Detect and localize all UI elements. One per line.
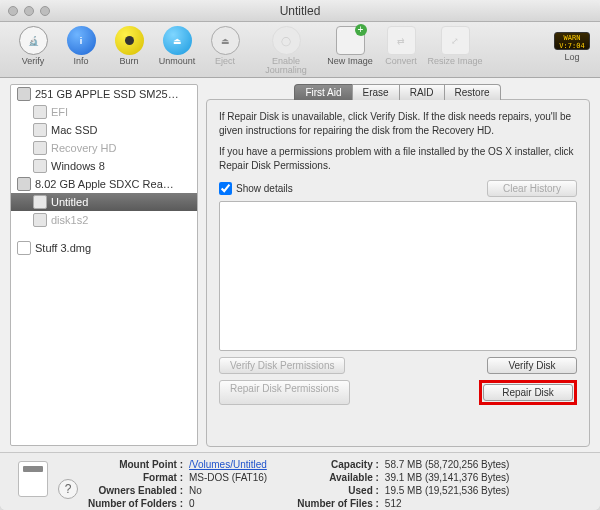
folders-label: Number of Folders : <box>88 498 183 510</box>
volume-icon <box>33 141 47 155</box>
disk-utility-window: Untitled 🔬 Verify i Info Burn ⏏ Unmount … <box>0 0 600 510</box>
format-label: Format : <box>88 472 183 484</box>
log-icon: WARNV:7:04 <box>554 32 590 50</box>
owners-value: No <box>189 485 267 497</box>
format-value: MS-DOS (FAT16) <box>189 472 267 484</box>
burn-icon <box>115 26 144 55</box>
help-text-2: If you have a permissions problem with a… <box>219 145 577 172</box>
help-button[interactable]: ? <box>58 479 78 499</box>
sidebar-volume-windows[interactable]: Windows 8 <box>11 157 197 175</box>
volume-icon <box>33 123 47 137</box>
window-title: Untitled <box>0 4 600 18</box>
verify-permissions-button: Verify Disk Permissions <box>219 357 345 374</box>
folders-value: 0 <box>189 498 267 510</box>
convert-button: ⇄ Convert <box>378 26 424 66</box>
mount-point-label: Mount Point : <box>88 459 183 471</box>
files-label: Number of Files : <box>297 498 379 510</box>
log-button[interactable]: WARNV:7:04 Log <box>554 26 590 62</box>
capacity-label: Capacity : <box>297 459 379 471</box>
capacity-value: 58.7 MB (58,720,256 Bytes) <box>385 459 510 471</box>
first-aid-panel: If Repair Disk is unavailable, click Ver… <box>206 99 590 447</box>
disk-sidebar: 251 GB APPLE SSD SM25… EFI Mac SSD Recov… <box>10 84 198 446</box>
sidebar-volume-macssd[interactable]: Mac SSD <box>11 121 197 139</box>
unmount-icon: ⏏ <box>163 26 192 55</box>
used-label: Used : <box>297 485 379 497</box>
info-button[interactable]: i Info <box>58 26 104 66</box>
tab-erase[interactable]: Erase <box>352 84 400 100</box>
sidebar-volume-efi[interactable]: EFI <box>11 103 197 121</box>
verify-button[interactable]: 🔬 Verify <box>10 26 56 66</box>
verify-disk-button[interactable]: Verify Disk <box>487 357 577 374</box>
tab-first-aid[interactable]: First Aid <box>294 84 352 100</box>
sidebar-disk-sdxc[interactable]: 8.02 GB Apple SDXC Rea… <box>11 175 197 193</box>
clear-history-button: Clear History <box>487 180 577 197</box>
sd-volume-icon <box>33 195 47 209</box>
new-image-button[interactable]: New Image <box>324 26 376 66</box>
log-output[interactable] <box>219 201 577 351</box>
tab-raid[interactable]: RAID <box>399 84 445 100</box>
sidebar-disk-ssd[interactable]: 251 GB APPLE SSD SM25… <box>11 85 197 103</box>
unmount-button[interactable]: ⏏ Unmount <box>154 26 200 66</box>
eject-button: ⏏ Eject <box>202 26 248 66</box>
repair-permissions-button: Repair Disk Permissions <box>219 380 350 405</box>
resize-image-button: ⤢ Resize Image <box>426 26 484 66</box>
info-footer: ? Mount Point : /Volumes/Untitled Format… <box>0 452 600 510</box>
titlebar: Untitled <box>0 0 600 22</box>
eject-icon: ⏏ <box>211 26 240 55</box>
volume-icon <box>33 159 47 173</box>
owners-label: Owners Enabled : <box>88 485 183 497</box>
info-icon: i <box>67 26 96 55</box>
volume-icon <box>33 105 47 119</box>
sidebar-volume-recovery[interactable]: Recovery HD <box>11 139 197 157</box>
content-area: First Aid Erase RAID Restore If Repair D… <box>206 84 590 446</box>
internal-disk-icon <box>17 87 31 101</box>
repair-disk-highlight: Repair Disk <box>479 380 577 405</box>
tab-bar: First Aid Erase RAID Restore <box>206 84 590 100</box>
new-image-icon <box>336 26 365 55</box>
files-value: 512 <box>385 498 510 510</box>
dmg-icon <box>17 241 31 255</box>
burn-button[interactable]: Burn <box>106 26 152 66</box>
available-value: 39.1 MB (39,141,376 Bytes) <box>385 472 510 484</box>
sd-card-icon <box>18 461 48 497</box>
help-text-1: If Repair Disk is unavailable, click Ver… <box>219 110 577 137</box>
toolbar: 🔬 Verify i Info Burn ⏏ Unmount ⏏ Eject ◯… <box>0 22 600 78</box>
repair-disk-button[interactable]: Repair Disk <box>483 384 573 401</box>
sd-reader-icon <box>17 177 31 191</box>
microscope-icon: 🔬 <box>19 26 48 55</box>
show-details-label: Show details <box>236 183 293 194</box>
resize-icon: ⤢ <box>441 26 470 55</box>
used-value: 19.5 MB (19,521,536 Bytes) <box>385 485 510 497</box>
sidebar-volume-disk1s2[interactable]: disk1s2 <box>11 211 197 229</box>
available-label: Available : <box>297 472 379 484</box>
enable-journaling-button: ◯ Enable Journaling <box>250 26 322 75</box>
volume-icon <box>33 213 47 227</box>
mount-point-link[interactable]: /Volumes/Untitled <box>189 459 267 470</box>
sidebar-dmg-stuff[interactable]: Stuff 3.dmg <box>11 239 197 257</box>
convert-icon: ⇄ <box>387 26 416 55</box>
tab-restore[interactable]: Restore <box>444 84 501 100</box>
sidebar-volume-untitled[interactable]: Untitled <box>11 193 197 211</box>
journal-icon: ◯ <box>272 26 301 55</box>
show-details-checkbox[interactable] <box>219 182 232 195</box>
